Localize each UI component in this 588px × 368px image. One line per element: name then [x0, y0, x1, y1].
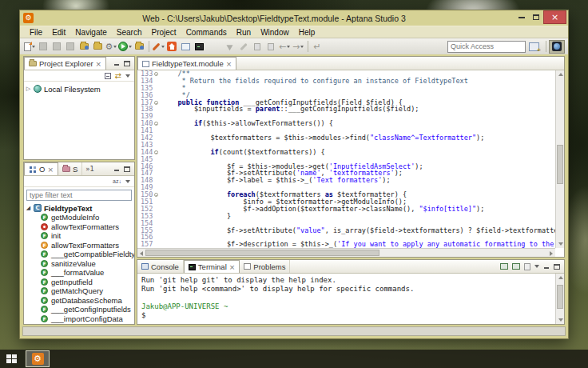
new-terminal-icon[interactable] [500, 263, 508, 270]
menu-help[interactable]: Help [294, 28, 320, 37]
titlebar[interactable]: ⚙ Web - C:\Users\Jakub\Desktop\Fieldtype… [20, 10, 568, 26]
new-wizard-button[interactable] [23, 40, 36, 54]
taskbar-item-aptana[interactable]: ⚙ [26, 350, 50, 367]
mark-occurrences-button[interactable] [251, 40, 264, 54]
show-whitespace-button[interactable] [264, 40, 277, 54]
code-line-135[interactable]: 135 * [137, 85, 555, 92]
fold-marker-icon[interactable] [154, 150, 158, 154]
start-button[interactable] [0, 350, 22, 368]
scrollbar-thumb[interactable] [557, 145, 563, 184]
panel-minimize-icon[interactable] [113, 166, 120, 172]
expand-arrow-icon[interactable]: ▷ [26, 86, 31, 92]
terminal-output[interactable]: Run 'git help git' to display the help i… [137, 274, 555, 324]
code-editor[interactable]: 133 /**134 * Return the fields required … [137, 70, 555, 248]
scroll-right-icon[interactable] [550, 251, 553, 256]
fold-marker-icon[interactable] [154, 101, 158, 105]
code-line-148[interactable]: 148 $f->label = $this->_('Text formatter… [137, 177, 555, 184]
code-line-144[interactable]: 144 if(count($textformatters)) { [137, 149, 555, 156]
panel-maximize-icon[interactable] [124, 166, 130, 172]
fold-marker-icon[interactable] [154, 122, 158, 126]
save-button[interactable] [37, 40, 50, 54]
outline-method-getDatabaseSchema[interactable]: FgetDatabaseSchema [26, 296, 133, 306]
debug-button[interactable]: ⚙ [105, 40, 117, 54]
scroll-down-icon[interactable] [558, 318, 563, 322]
fold-marker-icon[interactable] [154, 193, 158, 197]
maximize-button[interactable] [529, 10, 543, 24]
more-tabs-indicator[interactable]: »1 [82, 162, 97, 175]
tab-fieldtypetext-module[interactable]: FieldtypeText.module × [137, 57, 236, 70]
import-button[interactable] [91, 40, 104, 54]
outline-method-getInputfield[interactable]: FgetInputfield [26, 278, 133, 287]
menu-commands[interactable]: Commands [181, 28, 232, 37]
tree-item-local-filesystem[interactable]: ▷ Local Filesystem [26, 84, 133, 94]
back-button[interactable]: ← [278, 40, 291, 54]
outline-method-getConfigInputfields[interactable]: F___getConfigInputfields [26, 305, 133, 314]
outline-method-getCompatibleFieldtypes[interactable]: F___getCompatibleFieldtypes [26, 250, 133, 259]
export-button[interactable] [77, 40, 90, 54]
panel-maximize-icon[interactable] [554, 264, 560, 270]
scroll-up-icon[interactable] [558, 276, 563, 279]
last-edit-location-button[interactable]: ↵ [311, 40, 324, 54]
code-line-134[interactable]: 134 * Return the fields required to conf… [137, 78, 555, 85]
sort-icon[interactable]: az↓ [113, 178, 121, 184]
open-perspective-button[interactable] [526, 40, 542, 54]
link-with-editor-icon[interactable]: ⇄ [115, 71, 121, 80]
view-menu-icon[interactable] [125, 180, 130, 183]
code-line-153[interactable]: 153 } [137, 213, 555, 220]
run-button[interactable] [118, 40, 132, 54]
outline-method-allowTextFormatters[interactable]: allowTextFormatters [26, 222, 133, 232]
menu-window[interactable]: Window [256, 28, 294, 37]
outline-method-init[interactable]: Finit [26, 231, 133, 241]
scroll-left-icon[interactable] [140, 251, 143, 256]
scrollbar-thumb[interactable] [557, 285, 563, 309]
code-line-157[interactable]: 157 $f->description = $this->_('If you w… [137, 241, 555, 248]
view-menu-icon[interactable] [534, 265, 539, 268]
menu-edit[interactable]: Edit [47, 28, 70, 37]
tab-terminal[interactable]: Terminal × [184, 260, 240, 273]
selection-tool-button[interactable] [224, 40, 236, 54]
tab-outline[interactable]: O × [24, 162, 58, 175]
scroll-down-icon[interactable] [558, 242, 563, 246]
pin-console-icon[interactable] [524, 263, 530, 270]
minimize-button[interactable] [514, 10, 529, 24]
editor-vertical-scrollbar[interactable] [555, 70, 564, 248]
preview-button[interactable] [179, 40, 192, 54]
code-line-138[interactable]: 138 $inputfields = parent::___getConfigI… [137, 106, 555, 113]
outline-method-getModuleInfo[interactable]: FgetModuleInfo [26, 213, 133, 222]
tab-problems[interactable]: Problems [240, 260, 290, 273]
outline-method-allowTextFormatters[interactable]: FallowTextFormatters [26, 241, 133, 250]
format-button[interactable] [152, 40, 165, 54]
connect-terminal-icon[interactable] [512, 263, 520, 270]
menu-file[interactable]: File [25, 28, 47, 37]
outline-method-sanitizeValue[interactable]: FsanitizeValue [26, 259, 133, 269]
outline-filter-input[interactable] [26, 190, 132, 201]
close-icon[interactable]: × [229, 263, 236, 271]
forward-button[interactable]: → [292, 40, 304, 54]
panel-minimize-icon[interactable] [113, 60, 120, 66]
close-icon[interactable]: × [47, 166, 54, 174]
aptana-home-button[interactable] [165, 40, 178, 54]
close-button[interactable]: × [543, 10, 566, 24]
collapse-arrow-icon[interactable]: ◢ [26, 205, 31, 211]
outline-method-importConfigData[interactable]: F___importConfigData [26, 314, 133, 324]
menu-project[interactable]: Project [147, 28, 181, 37]
panel-maximize-icon[interactable] [124, 61, 130, 66]
terminal-scrollbar[interactable] [555, 274, 564, 324]
view-menu-icon[interactable] [125, 74, 130, 78]
fold-marker-icon[interactable] [154, 72, 158, 76]
web-perspective-button[interactable] [549, 40, 565, 54]
panel-minimize-icon[interactable] [543, 263, 550, 270]
scroll-up-icon[interactable] [558, 73, 563, 76]
close-icon[interactable]: × [226, 60, 232, 68]
annotate-button[interactable] [237, 40, 250, 54]
tab-project-explorer[interactable]: Project Explorer × [24, 57, 106, 70]
menu-search[interactable]: Search [112, 28, 147, 37]
close-icon[interactable]: × [96, 60, 102, 68]
code-line-155[interactable]: 155 $f->setAttribute("value", is_array($… [137, 227, 555, 234]
tab-snippets[interactable]: S [58, 162, 82, 175]
code-line-140[interactable]: 140 if($this->allowTextFormatters()) { [137, 120, 555, 127]
tab-console[interactable]: Console [137, 260, 184, 273]
code-line-142[interactable]: 142 $textformatters = $this->modules->fi… [137, 134, 555, 142]
outline-method-formatValue[interactable]: F___formatValue [26, 268, 133, 278]
menu-navigate[interactable]: Navigate [70, 28, 111, 37]
